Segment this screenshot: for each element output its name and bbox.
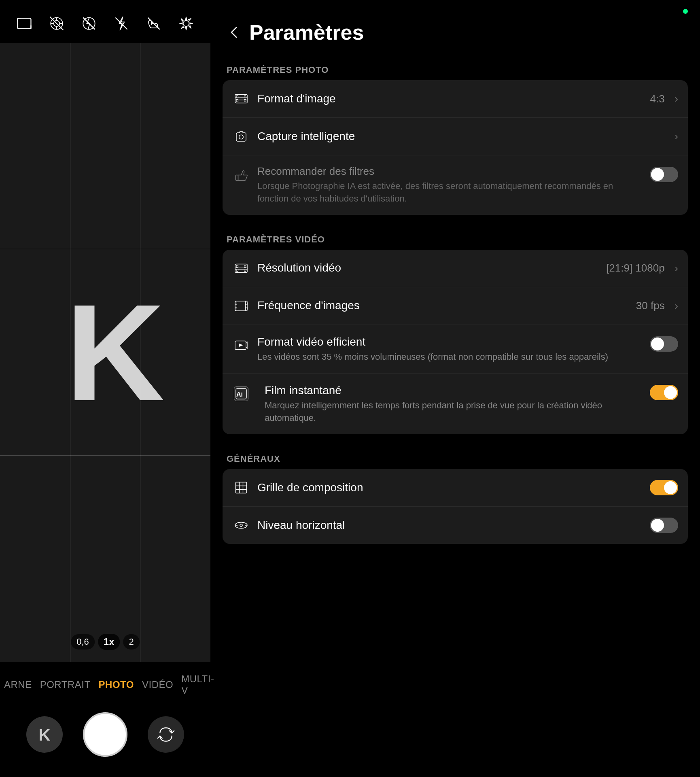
film-frame-icon	[232, 297, 250, 315]
grille-composition-content: Grille de composition	[257, 480, 643, 495]
filtres-content: Recommander des filtres Lorsque Photogra…	[257, 165, 643, 205]
capture-intelligente-content: Capture intelligente	[257, 129, 667, 144]
settings-header: Paramètres	[223, 0, 688, 57]
film-instantane-toggle[interactable]	[650, 385, 678, 400]
resolution-video-value: [21:9] 1080p	[606, 262, 665, 274]
mode-photo[interactable]: PHOTO	[95, 679, 138, 690]
flash-off-icon[interactable]	[110, 12, 133, 35]
mode-arne[interactable]: ARNE	[0, 679, 36, 690]
svg-rect-0	[18, 18, 31, 29]
filtres-row: Recommander des filtres Lorsque Photogra…	[223, 155, 688, 215]
resolution-video-content: Résolution vidéo	[257, 261, 599, 275]
capture-intelligente-title: Capture intelligente	[257, 129, 667, 144]
frequence-images-chevron: ›	[675, 299, 678, 312]
viewfinder-logo: K	[66, 284, 165, 421]
frequence-images-title: Fréquence d'images	[257, 298, 629, 313]
mode-video[interactable]: VIDÉO	[138, 679, 177, 690]
niveau-horizontal-row: Niveau horizontal	[223, 507, 688, 544]
zoom-2x-button[interactable]: 2	[123, 634, 140, 650]
level-icon	[232, 516, 250, 534]
hand-icon[interactable]	[142, 12, 165, 35]
film-icon	[232, 90, 250, 108]
shutter-button[interactable]	[83, 712, 127, 757]
svg-point-12	[183, 21, 189, 27]
grille-composition-row: Grille de composition	[223, 469, 688, 507]
svg-rect-20	[236, 100, 238, 102]
grille-composition-toggle[interactable]	[650, 480, 678, 495]
svg-text:K: K	[39, 726, 51, 744]
format-image-chevron: ›	[675, 92, 678, 105]
niveau-horizontal-title: Niveau horizontal	[257, 518, 643, 533]
frequence-images-content: Fréquence d'images	[257, 298, 629, 313]
section-general-label: GÉNÉRAUX	[223, 446, 688, 469]
efficient-video-content: Format vidéo efficient Les vidéos sont 3…	[257, 335, 643, 363]
section-video-label: PARAMÈTRES VIDÉO	[223, 226, 688, 250]
aspect-ratio-icon[interactable]	[13, 12, 36, 35]
resolution-video-chevron: ›	[675, 262, 678, 275]
format-image-title: Format d'image	[257, 91, 643, 106]
status-dot-right	[683, 9, 688, 14]
svg-rect-23	[236, 175, 238, 181]
thumbnail-button[interactable]: K	[26, 716, 63, 753]
section-photo-label: PARAMÈTRES PHOTO	[223, 57, 688, 80]
camera-modes: ARNE PORTRAIT PHOTO VIDÉO MULTI-V	[0, 662, 210, 704]
film-instantane-row: Ai Film instantané Marquez intelligemmen…	[223, 374, 688, 434]
efficient-video-toggle[interactable]	[650, 336, 678, 352]
svg-rect-17	[244, 96, 246, 98]
svg-point-22	[239, 135, 244, 139]
filtres-desc: Lorsque Photographie IA est activée, des…	[257, 180, 643, 205]
thumbs-up-icon	[232, 167, 250, 185]
svg-rect-30	[244, 269, 246, 271]
capture-intelligente-row[interactable]: Capture intelligente ›	[223, 118, 688, 155]
camera-toolbar	[0, 0, 210, 43]
efficient-video-icon	[232, 336, 250, 354]
camera-bottom: K	[0, 704, 210, 777]
film-instantane-title: Film instantané	[265, 383, 643, 398]
resolution-video-row[interactable]: Résolution vidéo [21:9] 1080p ›	[223, 250, 688, 287]
svg-rect-21	[244, 100, 246, 102]
film-instantane-content: Film instantané Marquez intelligemment l…	[265, 383, 643, 425]
zoom-06-button[interactable]: 0,6	[71, 634, 95, 650]
svg-rect-16	[236, 96, 238, 98]
zoom-1x-button[interactable]: 1x	[98, 634, 120, 650]
settings-title: Paramètres	[249, 20, 364, 45]
format-image-content: Format d'image	[257, 91, 643, 106]
camera-icon	[232, 127, 250, 145]
svg-point-47	[240, 524, 242, 526]
efficient-video-title: Format vidéo efficient	[257, 335, 643, 349]
niveau-horizontal-toggle[interactable]	[650, 518, 678, 533]
niveau-horizontal-content: Niveau horizontal	[257, 518, 643, 533]
grille-composition-title: Grille de composition	[257, 480, 643, 495]
no-flash-icon[interactable]	[78, 12, 100, 35]
svg-rect-25	[236, 265, 238, 267]
settings-panel: Paramètres PARAMÈTRES PHOTO Format d'ima…	[210, 0, 700, 777]
camera-panel: K 0,6 1x 2 ARNE PORTRAIT PHOTO VIDÉO MUL…	[0, 0, 210, 777]
svg-rect-29	[236, 269, 238, 271]
mode-multi[interactable]: MULTI-V	[177, 673, 218, 696]
film-instantane-subtitle: Marquez intelligemment les temps forts p…	[265, 399, 643, 425]
svg-text:Ai: Ai	[236, 391, 243, 398]
svg-rect-26	[244, 265, 246, 267]
general-settings-group: Grille de composition Niveau horizontal	[223, 469, 688, 544]
viewfinder[interactable]: K 0,6 1x 2	[0, 43, 210, 662]
back-button[interactable]	[227, 25, 241, 40]
format-image-row[interactable]: Format d'image 4:3 ›	[223, 80, 688, 118]
photo-settings-group: Format d'image 4:3 › Capture intelligent…	[223, 80, 688, 215]
grid-icon	[232, 479, 250, 497]
mode-portrait[interactable]: PORTRAIT	[36, 679, 95, 690]
filtres-toggle[interactable]	[650, 167, 678, 182]
zoom-controls: 0,6 1x 2	[71, 634, 140, 650]
film-instantane-ai-icon: Ai	[232, 385, 250, 403]
format-image-value: 4:3	[650, 93, 665, 105]
frequence-images-value: 30 fps	[636, 299, 665, 312]
flip-camera-button[interactable]	[148, 716, 184, 753]
efficient-video-row: Format vidéo efficient Les vidéos sont 3…	[223, 325, 688, 374]
efficient-video-subtitle: Les vidéos sont 35 % moins volumineuses …	[257, 351, 643, 363]
capture-intelligente-chevron: ›	[675, 130, 678, 143]
film-video-icon	[232, 259, 250, 277]
settings-gear-icon[interactable]	[175, 12, 197, 35]
video-settings-group: Résolution vidéo [21:9] 1080p › Fréquenc…	[223, 250, 688, 434]
svg-rect-41	[236, 482, 247, 493]
frequence-images-row[interactable]: Fréquence d'images 30 fps ›	[223, 287, 688, 325]
motion-icon[interactable]	[45, 12, 68, 35]
